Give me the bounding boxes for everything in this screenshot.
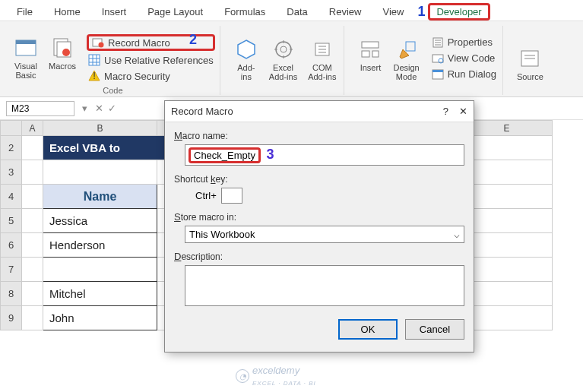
svg-rect-7 [89, 55, 100, 65]
name-cell[interactable]: Henderson [43, 233, 157, 258]
group-title-controls [426, 86, 428, 95]
svg-rect-25 [362, 42, 379, 48]
watermark: ◔ exceldemyEXCEL · DATA · BI [236, 365, 316, 387]
ribbon-group-addins: Add- ins Excel Add-ins COM Add-ins [227, 26, 345, 95]
use-relative-button[interactable]: Use Relative References [87, 53, 215, 67]
shortcut-key-input[interactable] [221, 188, 242, 204]
macro-name-highlight: Check_Empty [189, 147, 261, 163]
ribbon-tabs: File Home Insert Page Layout Formulas Da… [0, 0, 583, 21]
ribbon-group-xml: Source [509, 26, 551, 95]
svg-rect-37 [432, 70, 443, 72]
row-header[interactable]: 6 [1, 233, 22, 258]
tab-review[interactable]: Review [318, 3, 372, 21]
visual-basic-button[interactable]: Visual Basic [11, 34, 41, 81]
description-input[interactable] [185, 265, 464, 306]
excel-addins-icon [271, 37, 296, 62]
run-dialog-button[interactable]: Run Dialog [430, 68, 498, 81]
store-label: Store macro in: [174, 211, 464, 223]
ctrl-label: Ctrl+ [195, 190, 217, 201]
macro-security-button[interactable]: ! Macro Security [87, 69, 215, 83]
group-title-code: Code [103, 86, 122, 95]
ribbon-group-code: Visual Basic Macros Record Macro 2 Use R… [6, 26, 220, 95]
macro-name-label: Macro name: [174, 130, 464, 141]
tab-pagelayout[interactable]: Page Layout [137, 3, 214, 21]
macros-icon [50, 36, 74, 60]
svg-point-4 [62, 49, 70, 56]
tab-insert[interactable]: Insert [91, 3, 138, 21]
name-cell[interactable]: Jessica [43, 209, 157, 233]
svg-rect-1 [16, 40, 36, 44]
dialog-titlebar[interactable]: Record Macro ? ✕ [165, 101, 474, 122]
svg-text:!: ! [93, 70, 96, 81]
com-addins-icon [310, 37, 334, 62]
row-header[interactable]: 3 [1, 160, 22, 185]
tab-home[interactable]: Home [43, 3, 91, 21]
svg-rect-26 [362, 51, 369, 57]
run-dialog-icon [432, 68, 444, 81]
insert-icon [358, 37, 382, 62]
col-header[interactable]: E [461, 121, 553, 136]
annotation-2: 2 [189, 32, 197, 48]
name-box[interactable] [6, 101, 74, 116]
design-mode-button[interactable]: Design Mode [390, 36, 422, 83]
visual-basic-icon [14, 36, 38, 60]
properties-icon [432, 36, 444, 49]
dialog-close-button[interactable]: ✕ [459, 106, 467, 117]
row-header[interactable]: 7 [1, 258, 22, 282]
com-addins-button[interactable]: COM Add-ins [305, 36, 339, 83]
header-name[interactable]: Name [43, 185, 157, 209]
ok-button[interactable]: OK [338, 319, 398, 340]
name-cell[interactable] [43, 258, 157, 282]
warning-icon: ! [88, 70, 100, 82]
ribbon: Visual Basic Macros Record Macro 2 Use R… [0, 21, 583, 97]
cancel-button[interactable]: Cancel [405, 319, 464, 340]
design-mode-icon [394, 37, 419, 62]
svg-rect-29 [406, 42, 415, 51]
row-header[interactable]: 9 [1, 306, 22, 330]
tab-file[interactable]: File [6, 3, 43, 21]
annotation-3: 3 [267, 147, 274, 162]
shortcut-label: Shortcut key: [174, 173, 464, 185]
ribbon-group-controls: Insert Design Mode Properties View Code … [350, 26, 503, 95]
description-label: Description: [174, 251, 464, 262]
excel-addins-button[interactable]: Excel Add-ins [266, 36, 300, 83]
grid-icon [88, 54, 100, 66]
record-macro-dialog: Record Macro ? ✕ Macro name: Check_Empty… [164, 100, 474, 352]
addins-button[interactable]: Add- ins [231, 36, 261, 83]
properties-button[interactable]: Properties [430, 36, 498, 49]
tab-data[interactable]: Data [276, 3, 318, 21]
name-cell[interactable]: Mitchel [43, 282, 157, 306]
col-header[interactable]: B [43, 121, 157, 136]
enter-formula-icon[interactable]: ✓ [108, 103, 116, 114]
source-button[interactable]: Source [514, 45, 547, 83]
tab-formulas[interactable]: Formulas [214, 3, 276, 21]
svg-point-15 [276, 42, 291, 57]
col-header[interactable]: A [22, 121, 43, 136]
source-icon [518, 46, 542, 71]
tab-developer[interactable]: Developer [428, 3, 490, 21]
store-macro-select[interactable]: This Workbook⌵ [185, 226, 464, 243]
view-code-icon [432, 52, 444, 65]
group-title-addins [284, 86, 287, 95]
record-icon [92, 36, 104, 49]
svg-marker-14 [238, 40, 255, 58]
row-header[interactable]: 2 [1, 136, 22, 160]
dialog-title: Record Macro [171, 106, 233, 117]
row-header[interactable]: 8 [1, 282, 22, 306]
annotation-1: 1 [417, 4, 425, 20]
addins-icon [234, 37, 258, 62]
watermark-logo-icon: ◔ [236, 369, 249, 383]
cancel-formula-icon[interactable]: ✕ [95, 103, 103, 114]
row-header[interactable]: 4 [1, 185, 22, 209]
view-code-button[interactable]: View Code [430, 52, 498, 65]
svg-point-6 [99, 43, 104, 48]
row-header[interactable]: 5 [1, 209, 22, 233]
chevron-down-icon: ⌵ [454, 229, 460, 240]
name-cell[interactable]: John [43, 306, 157, 330]
macros-button[interactable]: Macros [46, 34, 79, 72]
dialog-help-button[interactable]: ? [443, 106, 448, 117]
insert-button[interactable]: Insert [355, 36, 385, 74]
svg-rect-27 [372, 51, 379, 57]
svg-point-16 [280, 46, 287, 52]
tab-view[interactable]: View [372, 3, 414, 21]
